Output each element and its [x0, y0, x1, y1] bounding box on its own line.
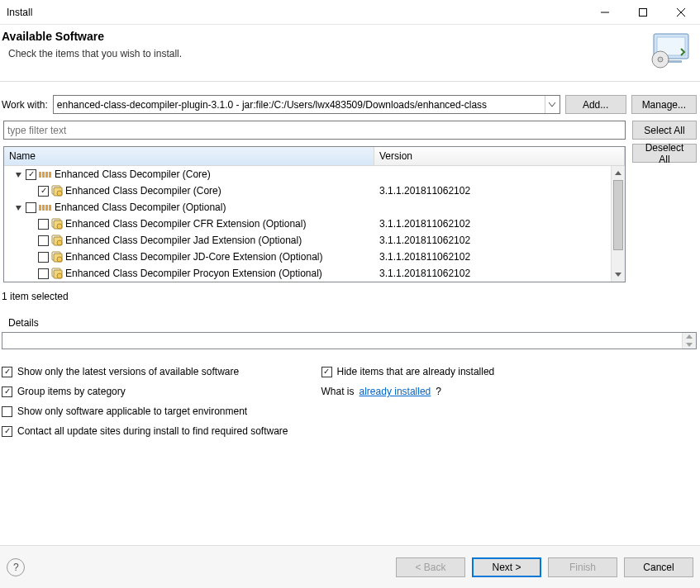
- tree-category-row[interactable]: Enhanced Class Decompiler (Core): [4, 166, 611, 183]
- checkbox-icon[interactable]: [26, 169, 36, 180]
- tree-feature-row[interactable]: Enhanced Class Decompiler Jad Extension …: [4, 232, 611, 249]
- page-subtitle: Check the items that you wish to install…: [2, 48, 645, 59]
- svg-point-8: [658, 57, 663, 62]
- page-title: Available Software: [2, 30, 645, 43]
- svg-point-22: [57, 224, 62, 229]
- checkbox-icon[interactable]: [38, 252, 49, 263]
- scroll-down-icon[interactable]: [612, 268, 625, 282]
- finish-button[interactable]: Finish: [548, 557, 617, 577]
- option-checkbox[interactable]: Group items by category: [2, 386, 288, 397]
- tree-item-label: Enhanced Class Decompiler (Core): [55, 168, 211, 180]
- option-label: Hide items that are already installed: [337, 366, 495, 377]
- text-suffix: ?: [436, 386, 441, 397]
- tree-item-label: Enhanced Class Decompiler (Core): [65, 185, 221, 197]
- svg-point-25: [57, 240, 62, 245]
- checkbox-icon[interactable]: [38, 268, 49, 279]
- tree-item-label: Enhanced Class Decompiler Jad Extension …: [65, 235, 302, 246]
- tree-item-version: 3.1.1.201811062102: [374, 268, 611, 279]
- details-label: Details: [0, 306, 700, 330]
- tree-header: Name Version: [4, 147, 625, 166]
- tree-item-version: 3.1.1.201811062102: [374, 218, 611, 230]
- close-button[interactable]: [662, 0, 700, 25]
- expander-icon[interactable]: [13, 169, 23, 179]
- titlebar: Install: [0, 0, 700, 25]
- tree-scrollbar[interactable]: [611, 166, 625, 282]
- checkbox-icon[interactable]: [2, 367, 12, 377]
- checkbox-icon[interactable]: [2, 386, 12, 397]
- option-hide-installed[interactable]: Hide items that are already installed: [321, 366, 495, 377]
- tree-item-label: Enhanced Class Decompiler (Optional): [55, 202, 226, 213]
- maximize-button[interactable]: [624, 0, 662, 25]
- options-area: Show only the latest versions of availab…: [0, 349, 700, 437]
- work-with-label: Work with:: [2, 99, 48, 111]
- option-label: Group items by category: [17, 386, 126, 397]
- details-scrollbar[interactable]: [682, 333, 696, 349]
- svg-rect-9: [39, 172, 41, 178]
- svg-rect-16: [39, 205, 41, 211]
- svg-rect-17: [42, 205, 45, 211]
- scroll-thumb[interactable]: [613, 180, 623, 250]
- feature-icon: [51, 251, 63, 263]
- tree-item-label: Enhanced Class Decompiler Procyon Extens…: [65, 268, 322, 279]
- option-checkbox[interactable]: Contact all update sites during install …: [2, 425, 288, 437]
- wizard-header: Available Software Check the items that …: [0, 25, 700, 82]
- category-icon: [39, 169, 52, 179]
- already-installed-link[interactable]: already installed: [360, 386, 431, 397]
- feature-icon: [51, 268, 63, 279]
- column-version[interactable]: Version: [374, 147, 625, 165]
- svg-point-15: [57, 191, 62, 196]
- svg-rect-10: [42, 172, 45, 178]
- add-button[interactable]: Add...: [565, 95, 626, 114]
- feature-icon: [51, 235, 63, 246]
- svg-point-28: [57, 257, 62, 262]
- checkbox-icon[interactable]: [26, 202, 36, 213]
- chevron-down-icon[interactable]: [545, 96, 560, 113]
- option-checkbox[interactable]: Show only the latest versions of availab…: [2, 366, 288, 377]
- feature-icon: [51, 185, 63, 197]
- already-installed-help: What is already installed ?: [321, 386, 495, 397]
- work-with-row: Work with: Add... Manage...: [0, 82, 700, 121]
- selection-status: 1 item selected: [0, 282, 700, 306]
- install-banner-icon: [645, 30, 695, 71]
- next-button[interactable]: Next >: [472, 557, 541, 577]
- feature-icon: [51, 218, 63, 230]
- svg-rect-12: [49, 172, 51, 178]
- tree-feature-row[interactable]: Enhanced Class Decompiler Procyon Extens…: [4, 265, 611, 282]
- manage-button[interactable]: Manage...: [631, 95, 697, 114]
- work-with-combo[interactable]: [53, 95, 560, 114]
- tree-item-version: 3.1.1.201811062102: [374, 185, 611, 197]
- checkbox-icon[interactable]: [321, 367, 332, 377]
- tree-feature-row[interactable]: Enhanced Class Decompiler CFR Extension …: [4, 216, 611, 232]
- tree-category-row[interactable]: Enhanced Class Decompiler (Optional): [4, 199, 611, 216]
- checkbox-icon[interactable]: [2, 426, 12, 437]
- help-button[interactable]: ?: [7, 558, 25, 576]
- tree-item-version: 3.1.1.201811062102: [374, 235, 611, 246]
- svg-rect-1: [640, 8, 647, 16]
- work-with-input[interactable]: [54, 99, 545, 111]
- svg-rect-11: [45, 172, 48, 178]
- filter-input[interactable]: [3, 121, 626, 140]
- details-textarea[interactable]: [2, 332, 697, 349]
- tree-item-label: Enhanced Class Decompiler JD-Core Extens…: [65, 251, 322, 263]
- svg-rect-19: [49, 205, 51, 211]
- scroll-up-icon[interactable]: [612, 166, 625, 180]
- checkbox-icon[interactable]: [38, 219, 49, 230]
- select-all-button[interactable]: Select All: [632, 121, 697, 140]
- tree-feature-row[interactable]: Enhanced Class Decompiler (Core)3.1.1.20…: [4, 183, 611, 199]
- tree-item-label: Enhanced Class Decompiler CFR Extension …: [65, 218, 306, 230]
- checkbox-icon[interactable]: [2, 406, 12, 417]
- column-name[interactable]: Name: [4, 147, 374, 165]
- expander-icon[interactable]: [13, 202, 23, 212]
- checkbox-icon[interactable]: [38, 186, 49, 197]
- software-tree: Name Version Enhanced Class Decompiler (…: [3, 146, 626, 282]
- tree-feature-row[interactable]: Enhanced Class Decompiler JD-Core Extens…: [4, 249, 611, 265]
- cancel-button[interactable]: Cancel: [624, 557, 693, 577]
- back-button[interactable]: < Back: [396, 557, 465, 577]
- deselect-all-button[interactable]: Deselect All: [632, 144, 697, 163]
- option-label: Show only software applicable to target …: [17, 405, 247, 417]
- option-checkbox[interactable]: Show only software applicable to target …: [2, 405, 288, 417]
- svg-rect-18: [45, 205, 48, 211]
- checkbox-icon[interactable]: [38, 235, 49, 246]
- minimize-button[interactable]: [586, 0, 624, 25]
- option-label: Show only the latest versions of availab…: [17, 366, 239, 377]
